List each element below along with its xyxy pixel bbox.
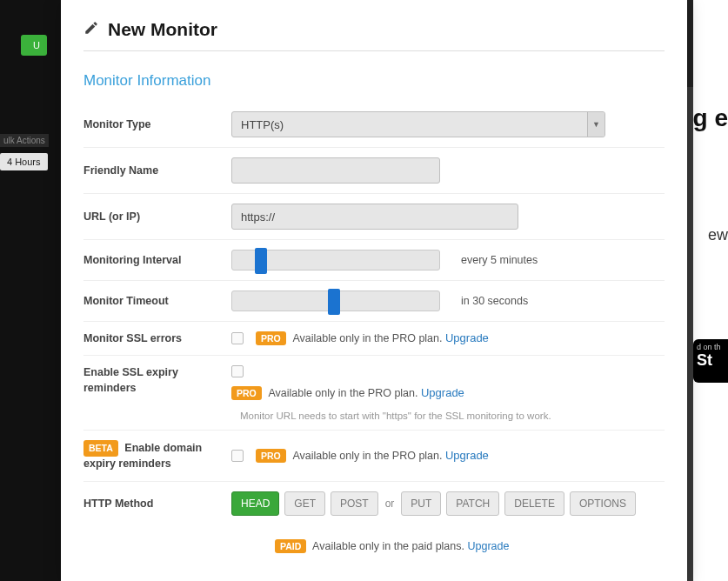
http-method-get[interactable]: GET [284, 491, 325, 516]
http-method-head[interactable]: HEAD [231, 491, 279, 516]
http-method-delete[interactable]: DELETE [504, 491, 564, 516]
bg-right [693, 0, 728, 581]
bg-bulk-actions: ulk Actions [0, 134, 49, 147]
row-http-method: HTTP Method HEAD GET POST or PUT PATCH D… [83, 482, 665, 525]
http-method-put[interactable]: PUT [401, 491, 441, 516]
upgrade-link[interactable]: Upgrade [445, 449, 489, 462]
label-friendly-name: Friendly Name [83, 164, 231, 177]
label-timeout: Monitor Timeout [83, 295, 231, 307]
pro-text: Available only in the PRO plan. [292, 450, 445, 462]
label-http-method: HTTP Method [83, 498, 231, 510]
section-monitor-information: Monitor Information [83, 72, 665, 90]
upgrade-link[interactable]: Upgrade [467, 540, 509, 552]
interval-slider-thumb[interactable] [255, 248, 267, 274]
row-monitor-type: Monitor Type HTTP(s) ▼ [83, 102, 665, 148]
bg-right-hero-text: g e [693, 104, 728, 132]
ssl-expiry-checkbox[interactable] [231, 365, 244, 377]
beta-badge: BETA [83, 440, 118, 457]
url-input[interactable] [231, 204, 518, 230]
timeout-slider[interactable] [231, 290, 440, 311]
new-monitor-modal: New Monitor Monitor Information Monitor … [61, 0, 687, 581]
paid-badge: PAID [275, 539, 306, 553]
monitor-type-select[interactable]: HTTP(s) [231, 111, 605, 137]
pro-badge: PRO [231, 386, 262, 400]
row-ssl-expiry: Enable SSL expiry reminders PRO Availabl… [83, 356, 665, 404]
bg-hours-chip: 4 Hours [0, 153, 48, 170]
edit-icon [83, 19, 99, 40]
row-url: URL (or IP) [83, 194, 665, 240]
pro-badge: PRO [256, 449, 286, 463]
monitor-type-select-wrap[interactable]: HTTP(s) ▼ [231, 111, 605, 137]
http-method-options[interactable]: OPTIONS [570, 491, 636, 516]
row-interval: Monitoring Interval every 5 minutes [83, 240, 665, 281]
upgrade-link[interactable]: Upgrade [445, 331, 489, 344]
bg-upgrade-button[interactable]: U [21, 35, 47, 56]
modal-title: New Monitor [83, 19, 665, 51]
http-or-text: or [385, 498, 395, 510]
label-monitor-type: Monitor Type [83, 118, 231, 130]
row-timeout: Monitor Timeout in 30 seconds [83, 281, 665, 322]
bg-left [0, 0, 61, 581]
paid-plans-note: PAID Available only in the paid plans. U… [275, 539, 665, 553]
ssl-errors-checkbox[interactable] [231, 332, 244, 344]
label-url: URL (or IP) [83, 210, 231, 223]
label-domain-expiry: BETA Enable domain expiry reminders [83, 440, 231, 471]
timeout-slider-thumb[interactable] [328, 289, 340, 315]
bg-right-sub-text: ew [708, 226, 728, 244]
label-ssl-expiry: Enable SSL expiry reminders [83, 365, 231, 396]
http-method-patch[interactable]: PATCH [446, 491, 499, 516]
interval-slider[interactable] [231, 250, 440, 270]
row-ssl-errors: Monitor SSL errors PRO Available only in… [83, 322, 665, 356]
label-ssl-errors: Monitor SSL errors [83, 332, 231, 344]
domain-expiry-checkbox[interactable] [231, 450, 244, 462]
bg-store-badge: d on th St [693, 339, 728, 383]
friendly-name-input[interactable] [231, 157, 440, 184]
pro-badge: PRO [256, 331, 286, 345]
modal-title-text: New Monitor [108, 19, 217, 40]
label-interval: Monitoring Interval [83, 254, 231, 266]
row-friendly-name: Friendly Name [83, 148, 665, 194]
http-method-post[interactable]: POST [331, 491, 378, 516]
timeout-caption: in 30 seconds [461, 295, 528, 307]
http-method-group: HEAD GET POST or PUT PATCH DELETE OPTION… [231, 491, 636, 516]
ssl-https-note: Monitor URL needs to start with "https" … [240, 411, 665, 421]
interval-caption: every 5 minutes [461, 254, 538, 266]
pro-text: Available only in the PRO plan. [292, 332, 445, 344]
pro-text: Available only in the PRO plan. [268, 387, 421, 399]
upgrade-link[interactable]: Upgrade [421, 386, 464, 399]
row-domain-expiry: BETA Enable domain expiry reminders PRO … [83, 431, 665, 482]
